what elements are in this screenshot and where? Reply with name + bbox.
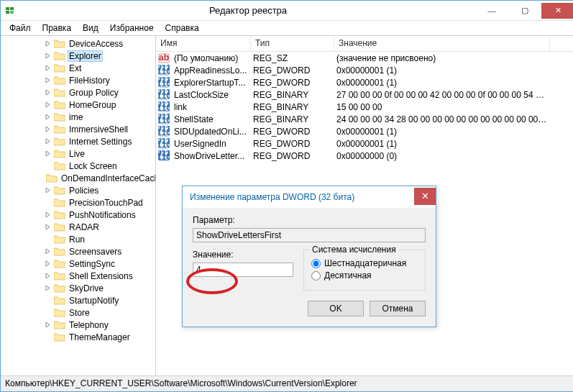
expander-icon[interactable]	[44, 52, 52, 60]
cell-name: LastClockSize	[172, 90, 251, 100]
tree-item[interactable]: SkyDrive	[1, 282, 155, 294]
folder-icon	[54, 39, 65, 48]
tree-item-label: StartupNotify	[68, 296, 120, 306]
dialog-title: Изменение параметра DWORD (32 бита) ✕	[183, 186, 436, 208]
svg-rect-0	[6, 7, 9, 10]
minimize-button[interactable]: —	[475, 3, 508, 19]
expander-icon[interactable]	[44, 199, 52, 206]
list-row[interactable]: 011110AppReadinessLo...REG_DWORD0x000000…	[156, 64, 573, 76]
ok-button[interactable]: OK	[308, 301, 364, 316]
tree-item[interactable]: StartupNotify	[1, 294, 155, 306]
list-row[interactable]: 011110ExplorerStartupT...REG_DWORD0x0000…	[156, 76, 573, 88]
tree-item[interactable]: SettingSync	[1, 257, 155, 270]
tree-item[interactable]: PrecisionTouchPad	[1, 196, 155, 209]
dialog-close-button[interactable]: ✕	[414, 188, 436, 205]
expander-icon[interactable]	[44, 272, 52, 280]
expander-icon[interactable]	[44, 125, 52, 133]
expander-icon[interactable]	[44, 309, 52, 316]
expander-icon[interactable]	[44, 150, 52, 158]
cell-value: 15 00 00 00	[334, 102, 550, 112]
expander-icon[interactable]	[44, 113, 52, 121]
tree-item[interactable]: Run	[1, 233, 155, 245]
tree-item[interactable]: Internet Settings	[1, 135, 155, 147]
tree-item[interactable]: ThemeManager	[1, 331, 155, 343]
tree-item-label: Shell Extensions	[68, 271, 134, 281]
folder-icon	[54, 161, 65, 170]
expander-icon[interactable]	[44, 223, 52, 231]
expander-icon[interactable]	[44, 211, 52, 219]
tree-item-label: HomeGroup	[68, 100, 117, 110]
list-row[interactable]: 011110ShowDriveLetter...REG_DWORD0x00000…	[156, 150, 573, 162]
window-title: Редактор реестра	[21, 5, 475, 16]
expander-icon[interactable]	[44, 260, 52, 268]
folder-icon	[54, 283, 65, 293]
expander-icon[interactable]	[44, 235, 52, 243]
expander-icon[interactable]	[44, 186, 52, 194]
svg-text:110: 110	[158, 66, 170, 76]
radio-dec-input[interactable]	[311, 271, 321, 281]
tree-item[interactable]: ime	[1, 111, 155, 123]
value-field[interactable]	[193, 263, 293, 277]
radio-dec[interactable]: Десятичная	[311, 270, 418, 281]
expander-icon[interactable]	[44, 101, 52, 109]
expander-icon[interactable]	[44, 40, 52, 47]
tree-item[interactable]: Store	[1, 306, 155, 319]
list-row[interactable]: 011110ShellStateREG_BINARY24 00 00 00 34…	[156, 113, 573, 125]
list-row[interactable]: 011110LastClockSizeREG_BINARY27 00 00 00…	[156, 88, 573, 101]
tree-pane[interactable]: DeviceAccessExplorerExtFileHistoryGroup …	[1, 36, 156, 375]
expander-icon[interactable]	[44, 333, 52, 341]
col-type[interactable]: Тип	[251, 36, 334, 51]
tree-item[interactable]: Live	[1, 147, 155, 160]
menu-file[interactable]: Файл	[4, 22, 37, 35]
tree-item[interactable]: FileHistory	[1, 74, 155, 86]
tree-item[interactable]: OnDemandInterfaceCache	[1, 172, 155, 184]
base-group-title: Система исчисления	[310, 245, 398, 255]
cancel-button[interactable]: Отмена	[370, 301, 426, 316]
tree-item[interactable]: Screensavers	[1, 245, 155, 257]
tree-item-label: Policies	[68, 186, 100, 196]
tree-item[interactable]: Explorer	[1, 50, 155, 62]
radio-hex[interactable]: Шестнадцатеричная	[311, 258, 418, 268]
tree-item[interactable]: RADAR	[1, 221, 155, 233]
list-row[interactable]: 011110SIDUpdatedOnLi...REG_DWORD0x000000…	[156, 125, 573, 137]
list-row[interactable]: 011110UserSignedInREG_DWORD0x00000001 (1…	[156, 137, 573, 150]
expander-icon[interactable]	[44, 284, 52, 292]
expander-icon[interactable]	[44, 321, 52, 329]
expander-icon[interactable]	[44, 88, 52, 96]
expander-icon[interactable]	[44, 137, 52, 145]
folder-icon	[54, 124, 65, 134]
expander-icon[interactable]	[44, 296, 52, 304]
list-header: Имя Тип Значение	[156, 36, 573, 52]
menu-edit[interactable]: Правка	[37, 22, 78, 35]
tree-item[interactable]: DeviceAccess	[1, 37, 155, 50]
tree-item[interactable]: Lock Screen	[1, 160, 155, 172]
tree-item[interactable]: ImmersiveShell	[1, 123, 155, 135]
tree-item[interactable]: Group Policy	[1, 86, 155, 99]
col-value[interactable]: Значение	[334, 36, 550, 51]
menu-help[interactable]: Справка	[160, 22, 205, 35]
tree-item-label: Internet Settings	[68, 137, 133, 147]
tree-item[interactable]: PushNotifications	[1, 209, 155, 221]
svg-rect-2	[6, 11, 9, 14]
tree-item[interactable]: HomeGroup	[1, 99, 155, 111]
expander-icon[interactable]	[44, 76, 52, 84]
expander-icon[interactable]	[44, 64, 52, 72]
menu-favorites[interactable]: Избранное	[104, 22, 160, 35]
maximize-button[interactable]: ▢	[508, 3, 541, 19]
value-icon: 011110	[158, 114, 170, 125]
menu-view[interactable]: Вид	[77, 22, 104, 35]
tree-item[interactable]: Policies	[1, 184, 155, 196]
col-name[interactable]: Имя	[156, 36, 251, 51]
tree-item[interactable]: Ext	[1, 62, 155, 74]
expander-icon[interactable]	[44, 162, 52, 170]
radio-hex-input[interactable]	[311, 259, 321, 268]
expander-icon[interactable]	[44, 247, 52, 255]
list-row[interactable]: 011110linkREG_BINARY15 00 00 00	[156, 101, 573, 113]
param-field[interactable]	[193, 228, 426, 242]
folder-icon	[54, 320, 65, 329]
close-button[interactable]: ✕	[541, 3, 573, 19]
tree-item[interactable]: Shell Extensions	[1, 270, 155, 282]
list-row[interactable]: ab(По умолчанию)REG_SZ(значение не присв…	[156, 52, 573, 64]
cell-value: 24 00 00 00 34 28 00 00 00 00 00 00 00 0…	[334, 114, 550, 124]
tree-item[interactable]: Telephony	[1, 319, 155, 331]
